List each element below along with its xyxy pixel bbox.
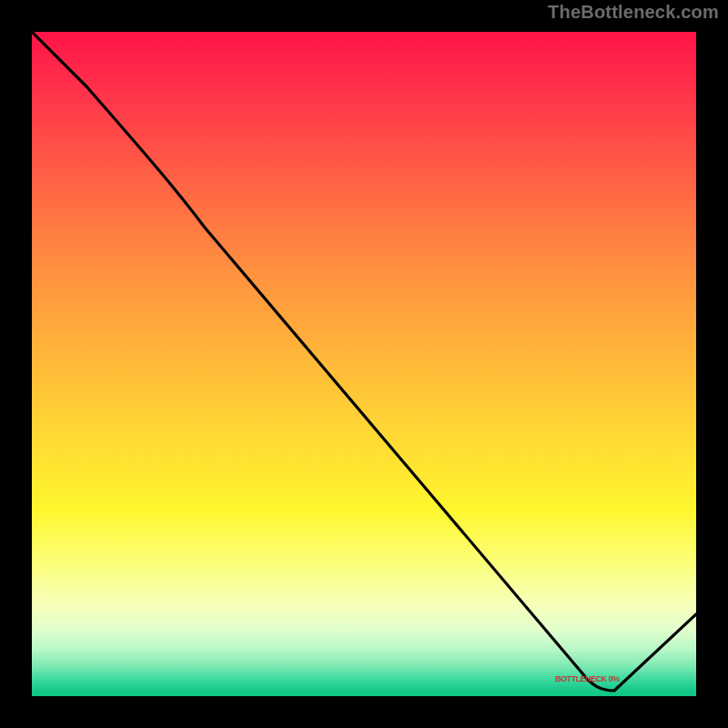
bottleneck-curve	[32, 32, 696, 696]
bottleneck-marker-label: BOTTLENECK 0%	[555, 674, 620, 683]
plot-area: BOTTLENECK 0%	[32, 32, 696, 696]
line-path	[32, 32, 696, 691]
watermark-text: TheBottleneck.com	[548, 2, 719, 23]
chart-frame: TheBottleneck.com BOTTLENECK 0%	[0, 0, 728, 728]
